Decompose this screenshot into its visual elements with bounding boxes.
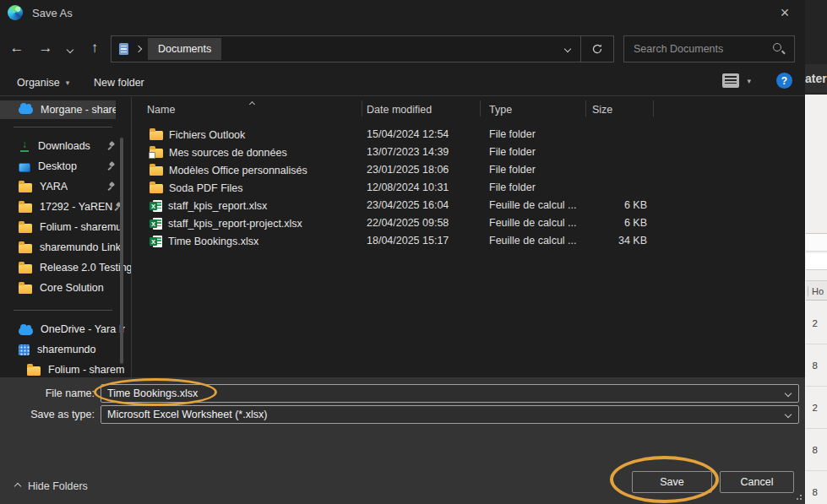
sidebar-item-sharemundo[interactable]: sharemundo xyxy=(0,339,131,360)
refresh-icon xyxy=(591,43,603,55)
column-header-name[interactable]: Name xyxy=(147,104,175,116)
column-header-size[interactable]: Size xyxy=(592,104,612,116)
chevron-down-icon xyxy=(785,390,792,397)
onedrive-cloud-icon xyxy=(19,106,33,114)
caret-down-icon: ▾ xyxy=(66,79,70,87)
excel-cell: 8 xyxy=(806,471,827,504)
dialog-title: Save As xyxy=(32,7,73,19)
sidebar-item-17292-yaren[interactable]: 17292 - YaREN xyxy=(0,197,131,217)
list-view-icon xyxy=(722,73,739,88)
title-bar: Save As × xyxy=(0,0,805,25)
chevron-down-icon xyxy=(67,46,73,53)
excel-cells: 2 8 2 8 8 8 xyxy=(806,302,827,504)
sidebar-item-sharemundo-link[interactable]: sharemundo Link xyxy=(0,237,131,257)
excel-file-icon xyxy=(150,218,162,230)
save-button[interactable]: Save xyxy=(632,471,712,493)
dialog-bottom-panel: File name: Save as type: Microsoft Excel… xyxy=(0,377,805,504)
resize-grip[interactable] xyxy=(795,493,802,500)
download-icon xyxy=(19,140,30,153)
desktop-icon xyxy=(19,163,30,172)
sidebar-item-folium[interactable]: Folium - sharemu xyxy=(0,217,131,237)
screen: ater Ho 2 8 2 8 8 8 Save As × ← → ↑ xyxy=(0,0,827,504)
recent-locations-button[interactable] xyxy=(61,35,79,61)
up-button[interactable]: ↑ xyxy=(83,35,106,61)
file-name-input[interactable] xyxy=(101,387,778,399)
folder-icon xyxy=(19,183,32,192)
sidebar-scrollbar[interactable] xyxy=(120,138,123,364)
file-row-mes-sources[interactable]: Mes sources de données 13/07/2023 14:39 … xyxy=(132,144,805,161)
breadcrumb-documents[interactable]: Documents xyxy=(148,38,221,60)
search-input[interactable] xyxy=(624,43,773,55)
organise-button[interactable]: Organise ▾ xyxy=(12,71,74,95)
onedrive-cloud-icon xyxy=(19,328,33,335)
excel-cell: 8 xyxy=(806,344,827,387)
excel-ribbon-text: ater xyxy=(804,64,827,93)
folder-icon xyxy=(150,184,163,193)
file-row-time-bookings[interactable]: Time Bookings.xlsx 18/04/2025 15:17 Feui… xyxy=(132,232,805,250)
chevron-down-icon xyxy=(564,46,571,52)
excel-sheet: Ho 2 8 2 8 8 8 xyxy=(804,95,827,504)
excel-cell: 2 xyxy=(806,387,827,429)
sidebar-item-onedrive-yara[interactable]: OneDrive - Yara Ir xyxy=(0,319,131,339)
file-list: Name Date modified Type Size Fichiers Ou… xyxy=(131,97,805,377)
help-button[interactable]: ? xyxy=(776,73,792,89)
folder-icon xyxy=(19,224,32,233)
excel-file-icon xyxy=(150,200,162,212)
column-resize-handle[interactable] xyxy=(362,100,362,117)
file-row-staff-kpis-report[interactable]: staff_kpis_report.xlsx 23/04/2025 16:04 … xyxy=(132,197,805,214)
column-resize-handle[interactable] xyxy=(653,100,654,117)
sidebar-item-morgane[interactable]: Morgane - sharem xyxy=(0,100,116,119)
excel-cell: 8 xyxy=(806,429,827,471)
sidebar-item-desktop[interactable]: Desktop xyxy=(0,156,131,176)
column-header-type[interactable]: Type xyxy=(489,104,512,116)
save-as-type-label: Save as type: xyxy=(0,405,95,424)
sidebar-item-core-solution[interactable]: Core Solution xyxy=(0,278,131,298)
sort-ascending-icon xyxy=(249,101,255,107)
cancel-button[interactable]: Cancel xyxy=(720,471,794,493)
navigation-row: ← → ↑ Documents xyxy=(0,25,805,71)
hide-folders-button[interactable]: Hide Folders xyxy=(10,480,93,493)
building-icon xyxy=(19,344,30,355)
sidebar-item-release-testing[interactable]: Release 2.0 Testing xyxy=(0,257,131,278)
separator xyxy=(14,127,112,127)
file-row-staff-kpis-report-project[interactable]: staff_kpis_report-project.xlsx 22/04/202… xyxy=(132,214,805,232)
file-rows: Fichiers Outlook 15/04/2024 12:54 File f… xyxy=(132,126,805,250)
pin-icon xyxy=(106,141,116,151)
column-resize-handle[interactable] xyxy=(585,100,586,117)
file-row-soda-pdf[interactable]: Soda PDF Files 12/08/2024 10:31 File fol… xyxy=(132,179,805,197)
file-row-modeles-office[interactable]: Modèles Office personnalisés 23/01/2025 … xyxy=(132,161,805,179)
excel-file-icon xyxy=(150,236,162,247)
folder-icon xyxy=(19,285,32,294)
close-button[interactable]: × xyxy=(772,3,797,23)
file-name-dropdown-button[interactable] xyxy=(778,391,798,396)
breadcrumb-separator-icon xyxy=(135,46,142,52)
address-dropdown-button[interactable] xyxy=(555,36,580,62)
refresh-button[interactable] xyxy=(581,36,613,62)
new-folder-button[interactable]: New folder xyxy=(89,71,150,95)
save-as-type-dropdown-button[interactable] xyxy=(778,412,798,417)
search-icon[interactable] xyxy=(773,43,786,56)
save-as-type-row: Save as type: Microsoft Excel Worksheet … xyxy=(0,405,805,424)
sidebar-item-yara[interactable]: YARA xyxy=(0,176,131,197)
excel-band xyxy=(806,253,827,270)
caret-down-icon: ▾ xyxy=(747,77,751,85)
edge-logo-icon xyxy=(8,5,23,20)
excel-column-header: Ho xyxy=(806,280,827,301)
file-row-fichiers-outlook[interactable]: Fichiers Outlook 15/04/2024 12:54 File f… xyxy=(132,126,805,144)
chevron-down-icon xyxy=(785,411,792,418)
column-resize-handle[interactable] xyxy=(480,100,481,117)
back-button[interactable]: ← xyxy=(5,35,29,61)
column-header-date-modified[interactable]: Date modified xyxy=(367,104,432,116)
file-name-combo xyxy=(101,384,799,403)
navigation-pane: Morgane - sharem Downloads Desktop YARA xyxy=(0,97,131,377)
sidebar-item-folium-2[interactable]: Folium - sharem xyxy=(0,360,131,377)
address-bar[interactable]: Documents xyxy=(111,35,614,62)
folder-icon xyxy=(150,131,163,140)
forward-button[interactable]: → xyxy=(34,35,57,61)
pin-icon xyxy=(106,182,116,192)
change-view-button[interactable]: ▾ xyxy=(717,73,756,89)
folder-icon xyxy=(27,366,41,376)
search-box xyxy=(623,35,795,62)
save-as-type-select[interactable]: Microsoft Excel Worksheet (*.xlsx) xyxy=(101,405,799,424)
sidebar-item-downloads[interactable]: Downloads xyxy=(0,136,131,156)
